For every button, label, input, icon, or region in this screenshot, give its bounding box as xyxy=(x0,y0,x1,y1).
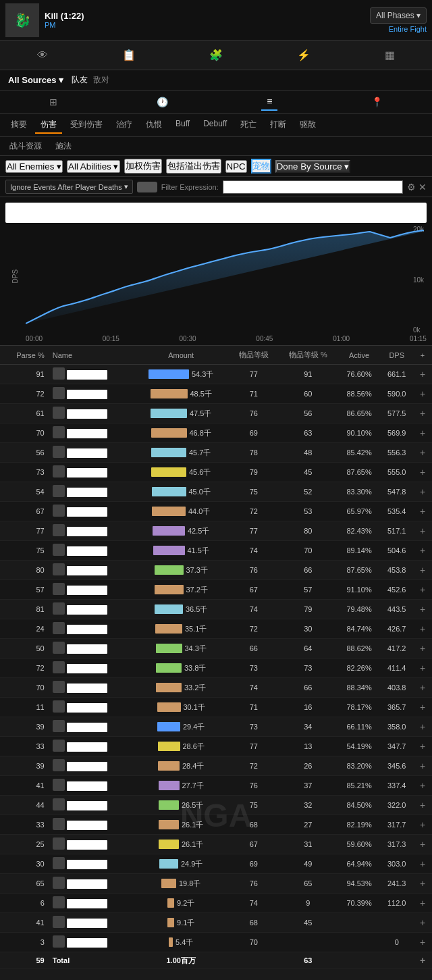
table-row[interactable]: 11 30.1千 71 16 78.17% 365.7 + xyxy=(0,698,432,717)
puzzle-icon[interactable]: 🧩 xyxy=(204,46,228,64)
close-icon[interactable]: ✕ xyxy=(418,182,427,192)
table-row[interactable]: 39 29.4千 73 34 66.11% 358.0 + xyxy=(0,717,432,737)
table-row[interactable]: 75 41.5千 74 70 89.14% 504.6 + xyxy=(0,541,432,561)
table-row[interactable]: 72 33.8千 73 73 82.26% 411.4 + xyxy=(0,659,432,678)
plus-cell[interactable]: + xyxy=(413,482,432,502)
table-row[interactable]: 3 5.4千 70 0 + xyxy=(0,933,432,952)
plus-cell[interactable]: + xyxy=(413,600,432,619)
sub-tab-resources[interactable]: 战斗资源 xyxy=(5,139,46,153)
phase-select[interactable]: All Phases ▾ xyxy=(370,7,427,24)
table-row[interactable]: 24 35.1千 72 30 84.74% 426.7 + xyxy=(0,619,432,639)
plus-cell[interactable]: + xyxy=(413,678,432,698)
ignore-events-btn[interactable]: Ignore Events After Player Deaths ▾ xyxy=(5,180,133,194)
plus-cell[interactable]: + xyxy=(413,854,432,874)
plus-cell[interactable]: + xyxy=(413,933,432,952)
table-row[interactable]: 44 26.5千 75 32 84.50% 322.0 + xyxy=(0,796,432,815)
done-by-source-btn[interactable]: Done By Source ▾ xyxy=(275,160,351,173)
plus-cell[interactable]: + xyxy=(413,580,432,600)
clipboard-icon[interactable]: 📋 xyxy=(117,46,141,64)
table-row[interactable]: 39 28.4千 72 26 83.20% 345.6 + xyxy=(0,756,432,776)
table-row[interactable]: 59 Total 1.00百万 63 + xyxy=(0,952,432,969)
table-row[interactable]: 65 19.8千 76 65 94.53% 241.3 + xyxy=(0,874,432,894)
enemies-filter[interactable]: All Enemies ▾ xyxy=(5,160,63,173)
table-row[interactable]: 56 45.7千 78 48 85.42% 556.3 + xyxy=(0,443,432,463)
plus-cell[interactable]: + xyxy=(413,698,432,717)
plus-cell[interactable]: + xyxy=(413,815,432,835)
ignore-toggle[interactable] xyxy=(137,182,157,192)
tab-clock-icon[interactable]: 🕐 xyxy=(151,94,173,110)
tab-damage-taken[interactable]: 受到伤害 xyxy=(65,117,108,134)
gear-icon[interactable]: ⚙ xyxy=(407,182,416,192)
plus-cell[interactable]: + xyxy=(413,756,432,776)
plus-cell[interactable]: + xyxy=(413,443,432,463)
plus-cell[interactable]: + xyxy=(413,952,432,969)
plus-cell[interactable]: + xyxy=(413,894,432,913)
tab-healing[interactable]: 治疗 xyxy=(111,117,138,134)
table-row[interactable]: 25 26.1千 67 31 59.60% 317.3 + xyxy=(0,835,432,854)
eye-icon[interactable]: 👁 xyxy=(32,47,53,64)
plus-cell[interactable]: + xyxy=(413,384,432,404)
plus-cell[interactable]: + xyxy=(413,423,432,443)
source-select[interactable]: All Sources ▾ xyxy=(8,75,63,85)
plus-cell[interactable]: + xyxy=(413,561,432,580)
plus-cell[interactable]: + xyxy=(413,659,432,678)
table-row[interactable]: 54 45.0千 75 52 83.30% 547.8 + xyxy=(0,482,432,502)
plus-cell[interactable]: + xyxy=(413,521,432,541)
table-row[interactable]: 70 33.2千 74 66 88.34% 403.8 + xyxy=(0,678,432,698)
plus-cell[interactable]: + xyxy=(413,796,432,815)
table-row[interactable]: 6 9.2千 74 9 70.39% 112.0 + xyxy=(0,894,432,913)
table-row[interactable]: 70 46.8千 69 63 90.10% 569.9 + xyxy=(0,423,432,443)
abilities-filter[interactable]: All Abilities ▾ xyxy=(67,160,119,173)
plus-cell[interactable]: + xyxy=(413,717,432,737)
add-weight-btn[interactable]: 加权伤害 xyxy=(124,159,162,174)
table-row[interactable]: 30 24.9千 69 49 64.94% 303.0 + xyxy=(0,854,432,874)
plus-cell[interactable]: + xyxy=(413,619,432,639)
tab-deaths[interactable]: 死亡 xyxy=(235,117,262,134)
table-row[interactable]: 91 54.3千 77 91 76.60% 661.1 + xyxy=(0,365,432,384)
tab-summary[interactable]: 摘要 xyxy=(5,117,32,134)
sub-tab-casting[interactable]: 施法 xyxy=(51,139,76,153)
tab-grid-icon[interactable]: ⊞ xyxy=(44,94,63,110)
table-row[interactable]: 80 37.3千 76 66 87.65% 453.8 + xyxy=(0,561,432,580)
table-row[interactable]: 77 42.5千 77 80 82.43% 517.1 + xyxy=(0,521,432,541)
tab-damage[interactable]: 伤害 xyxy=(35,117,62,134)
tab-interrupts[interactable]: 打断 xyxy=(265,117,292,134)
table-row[interactable]: 50 34.3千 66 64 88.62% 417.2 + xyxy=(0,639,432,659)
table-row[interactable]: 41 9.1千 68 45 + xyxy=(0,913,432,933)
plus-cell[interactable]: + xyxy=(413,874,432,894)
overflow-btn[interactable]: 包括溢出伤害 xyxy=(166,159,221,174)
source-tab-enemy[interactable]: 敌对 xyxy=(93,74,109,86)
plus-cell[interactable]: + xyxy=(413,737,432,756)
plus-cell[interactable]: + xyxy=(413,541,432,561)
grid-icon[interactable]: ▦ xyxy=(379,46,400,64)
table-row[interactable]: 72 48.5千 71 60 88.56% 590.0 + xyxy=(0,384,432,404)
amount-value: 29.4千 xyxy=(183,722,205,732)
tab-buff[interactable]: Buff xyxy=(170,117,195,134)
filter-icon[interactable]: ⚡ xyxy=(292,46,316,64)
filter-expression-input[interactable] xyxy=(223,180,403,194)
plus-cell[interactable]: + xyxy=(413,365,432,384)
table-row[interactable]: 81 36.5千 74 79 79.48% 443.5 + xyxy=(0,600,432,619)
tab-dispels[interactable]: 驱散 xyxy=(294,117,321,134)
plus-cell[interactable]: + xyxy=(413,776,432,796)
table-row[interactable]: 67 44.0千 72 53 65.97% 535.4 + xyxy=(0,502,432,521)
tab-debuff[interactable]: Debuff xyxy=(198,117,232,134)
plus-cell[interactable]: + xyxy=(413,463,432,482)
plus-cell[interactable]: + xyxy=(413,835,432,854)
table-row[interactable]: 61 47.5千 76 56 86.65% 577.5 + xyxy=(0,404,432,423)
plus-cell[interactable]: + xyxy=(413,502,432,521)
table-row[interactable]: 57 37.2千 67 57 91.10% 452.6 + xyxy=(0,580,432,600)
tab-pin-icon[interactable]: 📍 xyxy=(366,94,388,110)
source-tab-ally[interactable]: 队友 xyxy=(72,74,88,86)
plus-cell[interactable]: + xyxy=(413,913,432,933)
tab-list-icon[interactable]: ≡ xyxy=(261,93,277,111)
table-row[interactable]: 73 45.6千 79 45 87.65% 555.0 + xyxy=(0,463,432,482)
plus-cell[interactable]: + xyxy=(413,404,432,423)
tab-threat[interactable]: 仇恨 xyxy=(140,117,167,134)
npc-btn[interactable]: NPC xyxy=(225,160,247,173)
plus-cell[interactable]: + xyxy=(413,639,432,659)
table-row[interactable]: 41 27.7千 76 37 85.21% 337.4 + xyxy=(0,776,432,796)
table-row[interactable]: 33 26.1千 68 27 82.19% 317.7 + xyxy=(0,815,432,835)
table-row[interactable]: 33 28.6千 77 13 54.19% 347.7 + xyxy=(0,737,432,756)
pet-btn[interactable]: 宠物 xyxy=(251,159,271,174)
